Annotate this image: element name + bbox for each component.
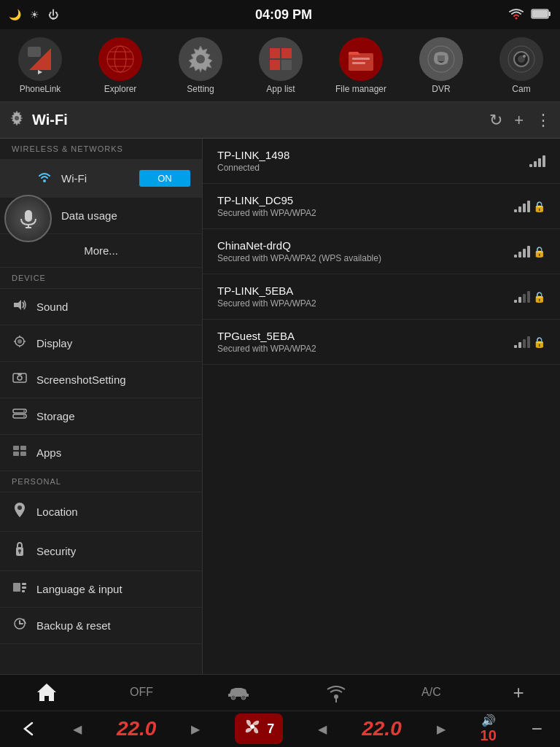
temp-left-increase[interactable]: ▶ <box>191 722 200 736</box>
app-bar: ▶ PhoneLink Explorer Setting <box>0 29 560 102</box>
app-setting[interactable]: Setting <box>160 29 241 102</box>
applist-label: App list <box>266 84 295 94</box>
volume-control[interactable]: 🔊 10 <box>481 713 497 744</box>
applist-icon <box>259 37 303 81</box>
backup-icon <box>12 618 28 633</box>
sidebar-item-backup[interactable]: Backup & reset <box>0 608 202 644</box>
security-icon <box>12 542 28 560</box>
cam-icon <box>499 37 543 81</box>
network-status-tpguest: Secured with WPA/WPA2 <box>217 344 514 354</box>
wifi-signal-tpguest <box>514 336 530 348</box>
network-info-tp1498: TP-LINK_1498 Connected <box>217 149 529 173</box>
moon-icon: 🌙 <box>9 9 21 20</box>
temp-right-decrease[interactable]: ◀ <box>318 722 327 736</box>
minus-button[interactable]: − <box>532 718 542 740</box>
home-button[interactable] <box>36 681 58 703</box>
wifi-signal-tpdc95 <box>514 201 530 212</box>
lock-icon-tpdc95: 🔒 <box>533 201 545 212</box>
speaker-icon: 🔊 <box>481 713 496 727</box>
status-time: 04:09 PM <box>255 7 312 23</box>
wifi-icon <box>36 171 52 186</box>
svg-rect-14 <box>270 48 280 58</box>
temp-right-increase[interactable]: ▶ <box>437 722 446 736</box>
sidebar-item-language[interactable]: Language & input <box>0 571 202 608</box>
ac-label[interactable]: A/C <box>421 686 441 699</box>
app-dvr[interactable]: DVR <box>401 29 481 102</box>
network-item-chinanet[interactable]: ChinaNet-drdQ Secured with WPA/WPA2 (WPS… <box>203 229 560 274</box>
apps-icon <box>12 445 28 460</box>
more-button[interactable]: ⋮ <box>535 111 551 130</box>
language-icon <box>12 581 28 597</box>
add-button[interactable]: + <box>514 111 524 130</box>
bottom-bar-top-row: OFF A/C + <box>0 675 560 711</box>
sidebar-item-screenshot[interactable]: ScreenshotSetting <box>0 362 202 398</box>
sidebar-item-location[interactable]: Location <box>0 492 202 532</box>
more-label: More... <box>84 244 118 257</box>
wifi-signal-tp5eba <box>514 291 530 303</box>
signal-icon[interactable] <box>323 682 349 703</box>
explorer-icon <box>98 37 142 81</box>
network-status-chinanet: Secured with WPA/WPA2 (WPS available) <box>217 253 514 263</box>
svg-point-49 <box>23 416 25 417</box>
svg-rect-15 <box>281 48 292 58</box>
sidebar-item-sound[interactable]: Sound <box>0 289 202 325</box>
svg-point-64 <box>231 695 236 700</box>
location-icon <box>12 503 28 521</box>
settings-title: Wi-Fi <box>32 112 489 128</box>
app-applist[interactable]: App list <box>241 29 321 102</box>
sidebar-item-storage[interactable]: Storage <box>0 398 202 435</box>
network-item-tp1498[interactable]: TP-LINK_1498 Connected <box>203 139 560 184</box>
storage-icon <box>12 409 28 424</box>
svg-rect-5 <box>28 47 41 57</box>
back-button[interactable] <box>18 719 38 739</box>
personal-section-header: PERSONAL <box>0 471 202 492</box>
network-info-tpdc95: TP-LINK_DC95 Secured with WPA/WPA2 <box>217 194 514 218</box>
dvr-icon <box>419 37 463 81</box>
svg-rect-52 <box>13 452 19 456</box>
fan-display[interactable]: 7 <box>235 713 283 744</box>
wifi-toggle[interactable]: ON <box>139 170 190 187</box>
temp-right-display: 22.0 <box>362 717 402 740</box>
network-name-tp5eba: TP-LINK_5EBA <box>217 285 514 297</box>
display-icon <box>12 336 28 351</box>
svg-point-56 <box>18 549 21 552</box>
svg-rect-23 <box>438 55 445 61</box>
app-filemanager[interactable]: File manager <box>321 29 401 102</box>
svg-rect-61 <box>22 590 25 592</box>
bottom-bar-bottom-row: ◀ 22.0 ▶ 7 ◀ <box>0 711 560 748</box>
network-name-tp1498: TP-LINK_1498 <box>217 149 529 161</box>
svg-rect-2 <box>548 12 551 16</box>
lock-icon-tp5eba: 🔒 <box>533 291 545 303</box>
sidebar-item-display[interactable]: Display <box>0 325 202 362</box>
svg-rect-50 <box>13 446 19 450</box>
plus-button-top[interactable]: + <box>513 681 524 704</box>
brightness-icon: ☀ <box>30 9 39 20</box>
network-item-tpguest[interactable]: TPGuest_5EBA Secured with WPA/WPA2 🔒 <box>203 320 560 365</box>
svg-rect-58 <box>13 583 20 592</box>
app-cam[interactable]: Cam <box>481 29 560 102</box>
temp-left-display: 22.0 <box>117 717 157 740</box>
location-label: Location <box>36 506 78 518</box>
network-item-tp5eba[interactable]: TP-LINK_5EBA Secured with WPA/WPA2 🔒 <box>203 274 560 320</box>
sidebar-item-apps[interactable]: Apps <box>0 435 202 471</box>
network-item-tpdc95[interactable]: TP-LINK_DC95 Secured with WPA/WPA2 🔒 <box>203 184 560 229</box>
svg-point-13 <box>196 55 205 63</box>
svg-rect-59 <box>22 583 26 585</box>
setting-label: Setting <box>187 84 214 94</box>
app-explorer[interactable]: Explorer <box>80 29 160 102</box>
battery-icon <box>531 8 551 22</box>
svg-rect-20 <box>352 62 365 64</box>
sidebar-item-wifi[interactable]: Wi-Fi ON <box>0 160 202 198</box>
app-phonelink[interactable]: ▶ PhoneLink <box>0 29 80 102</box>
car-icon[interactable] <box>225 684 252 701</box>
temp-left-decrease[interactable]: ◀ <box>73 722 82 736</box>
network-info-tpguest: TPGuest_5EBA Secured with WPA/WPA2 <box>217 330 514 354</box>
main-content: WIRELESS & NETWORKS Wi-Fi ON <box>0 139 560 674</box>
refresh-button[interactable]: ↻ <box>489 111 502 130</box>
sidebar-item-security[interactable]: Security <box>0 532 202 571</box>
network-name-tpguest: TPGuest_5EBA <box>217 330 514 342</box>
off-label[interactable]: OFF <box>130 686 153 699</box>
network-icon-tpdc95: 🔒 <box>514 201 545 212</box>
power-icon: ⏻ <box>48 9 58 20</box>
microphone-button[interactable] <box>4 195 52 242</box>
